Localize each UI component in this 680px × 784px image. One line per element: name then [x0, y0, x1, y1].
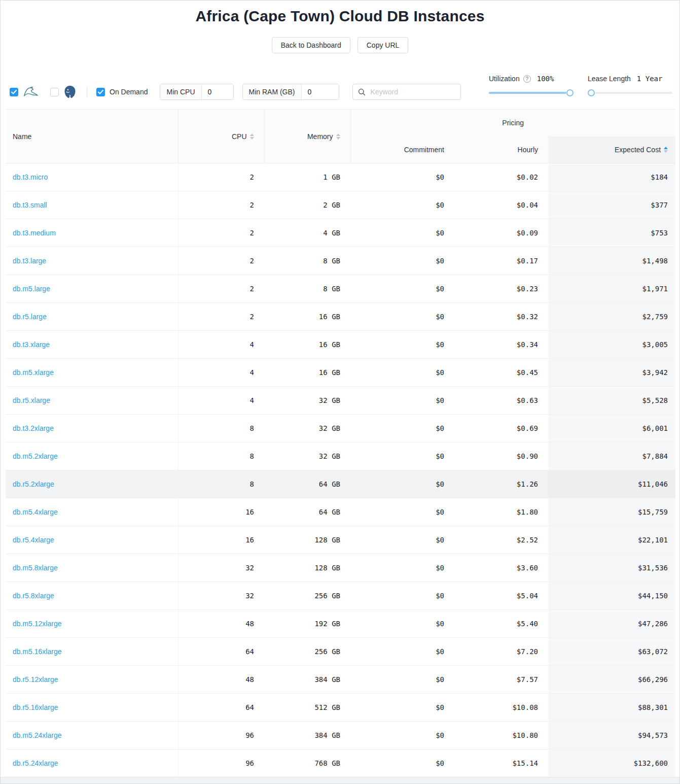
- instance-name-link[interactable]: db.m5.8xlarge: [13, 564, 58, 572]
- expected-cost-cell: $377: [548, 191, 675, 219]
- instance-name-link[interactable]: db.r5.24xlarge: [13, 759, 58, 767]
- instance-name-link[interactable]: db.t3.2xlarge: [13, 424, 54, 432]
- name-cell: db.r5.4xlarge: [6, 526, 178, 554]
- utilization-label: Utilization: [489, 75, 520, 83]
- keyword-search-input[interactable]: [370, 87, 455, 96]
- instance-name-link[interactable]: db.t3.micro: [13, 173, 48, 181]
- page: Africa (Cape Town) Cloud DB Instances Ba…: [0, 0, 680, 784]
- memory-cell: 384 GB: [264, 666, 350, 694]
- commitment-cell: $0: [350, 749, 454, 777]
- cpu-cell: 2: [178, 191, 264, 219]
- instance-name-link[interactable]: db.m5.16xlarge: [13, 647, 62, 656]
- name-cell: db.r5.xlarge: [6, 387, 178, 415]
- instance-name-link[interactable]: db.t3.small: [13, 201, 47, 209]
- instance-name-link[interactable]: db.r5.8xlarge: [13, 592, 54, 600]
- hourly-cell: $0.34: [454, 331, 548, 359]
- utilization-control: Utilization ? 100%: [489, 75, 574, 96]
- name-cell: db.t3.micro: [6, 163, 178, 191]
- hourly-cell: $10.08: [454, 694, 548, 722]
- memory-cell: 256 GB: [264, 638, 350, 666]
- column-header-expected-cost[interactable]: Expected Cost: [548, 137, 675, 163]
- cpu-cell: 2: [178, 163, 264, 191]
- cpu-cell: 2: [178, 219, 264, 247]
- memory-cell: 2 GB: [264, 191, 350, 219]
- postgresql-filter-checkbox[interactable]: [50, 88, 59, 96]
- instance-name-link[interactable]: db.m5.large: [13, 285, 50, 293]
- name-cell: db.m5.24xlarge: [6, 722, 178, 749]
- back-to-dashboard-button[interactable]: Back to Dashboard: [272, 37, 350, 53]
- memory-cell: 16 GB: [264, 303, 350, 331]
- instance-name-link[interactable]: db.t3.xlarge: [13, 340, 50, 349]
- lease-length-value: 1 Year: [637, 75, 663, 83]
- min-ram-input[interactable]: [302, 84, 339, 99]
- instance-name-link[interactable]: db.m5.2xlarge: [13, 452, 58, 460]
- on-demand-checkbox[interactable]: [96, 88, 105, 96]
- instance-name-link[interactable]: db.m5.12xlarge: [13, 620, 62, 628]
- cpu-cell: 64: [178, 638, 264, 666]
- name-cell: db.t3.xlarge: [6, 331, 178, 359]
- hourly-cell: $0.69: [454, 415, 548, 442]
- instance-name-link[interactable]: db.r5.4xlarge: [13, 536, 54, 544]
- copy-url-button[interactable]: Copy URL: [357, 37, 409, 53]
- instance-name-link[interactable]: db.m5.24xlarge: [13, 731, 62, 739]
- expected-cost-cell: $1,971: [548, 275, 675, 303]
- hourly-cell: $0.04: [454, 191, 548, 219]
- on-demand-label: On Demand: [110, 88, 148, 96]
- min-ram-label: Min RAM (GB): [243, 84, 302, 99]
- expected-cost-cell: $184: [548, 163, 675, 191]
- instance-name-link[interactable]: db.r5.12xlarge: [13, 675, 58, 684]
- name-cell: db.t3.small: [6, 191, 178, 219]
- memory-cell: 32 GB: [264, 387, 350, 415]
- name-cell: db.r5.24xlarge: [6, 749, 178, 777]
- table-row: db.r5.large216 GB$0$0.32$2,759: [6, 303, 675, 331]
- hourly-cell: $0.02: [454, 163, 548, 191]
- utilization-slider[interactable]: [489, 89, 574, 96]
- postgresql-elephant-icon[interactable]: [63, 85, 77, 98]
- hourly-cell: $5.40: [454, 610, 548, 638]
- expected-cost-cell: $5,528: [548, 387, 675, 415]
- table-row: db.r5.16xlarge64512 GB$0$10.08$88,301: [6, 694, 675, 722]
- memory-cell: 4 GB: [264, 219, 350, 247]
- instance-name-link[interactable]: db.r5.2xlarge: [13, 480, 54, 488]
- utilization-help-icon[interactable]: ?: [523, 75, 531, 83]
- min-cpu-input[interactable]: [202, 84, 233, 99]
- mysql-filter-checkbox[interactable]: [10, 88, 18, 96]
- name-cell: db.m5.8xlarge: [6, 554, 178, 582]
- sort-icon-expected-cost-ascending: [664, 147, 668, 153]
- hourly-cell: $5.04: [454, 582, 548, 610]
- mysql-dolphin-icon[interactable]: [23, 86, 39, 98]
- instance-name-link[interactable]: db.m5.4xlarge: [13, 508, 58, 516]
- instances-table: Name CPU Memory Pricing Commitment Hourl…: [6, 109, 675, 777]
- name-cell: db.m5.4xlarge: [6, 498, 178, 526]
- instance-name-link[interactable]: db.t3.medium: [13, 229, 56, 237]
- column-header-memory[interactable]: Memory: [264, 110, 350, 163]
- expected-cost-cell: $88,301: [548, 694, 675, 722]
- expected-cost-cell: $63,072: [548, 638, 675, 666]
- table-row: db.m5.2xlarge832 GB$0$0.90$7,884: [6, 442, 675, 470]
- lease-length-slider[interactable]: [588, 89, 672, 96]
- table-row: db.r5.xlarge432 GB$0$0.63$5,528: [6, 387, 675, 415]
- table-row: db.m5.8xlarge32128 GB$0$3.60$31,536: [6, 554, 675, 582]
- instance-name-link[interactable]: db.r5.large: [13, 313, 47, 321]
- cpu-cell: 32: [178, 582, 264, 610]
- utilization-value: 100%: [537, 75, 554, 83]
- instance-name-link[interactable]: db.r5.xlarge: [13, 396, 50, 404]
- instance-name-link[interactable]: db.m5.xlarge: [13, 368, 54, 377]
- table-row: db.t3.micro21 GB$0$0.02$184: [6, 163, 675, 191]
- name-cell: db.m5.12xlarge: [6, 610, 178, 638]
- cpu-cell: 16: [178, 526, 264, 554]
- hourly-cell: $0.23: [454, 275, 548, 303]
- lease-length-slider-handle[interactable]: [588, 89, 595, 96]
- commitment-cell: $0: [350, 470, 454, 498]
- instance-name-link[interactable]: db.t3.large: [13, 257, 46, 265]
- page-title: Africa (Cape Town) Cloud DB Instances: [1, 1, 679, 25]
- instance-name-link[interactable]: db.r5.16xlarge: [13, 703, 58, 711]
- memory-cell: 768 GB: [264, 749, 350, 777]
- expected-cost-cell: $132,600: [548, 749, 675, 777]
- cpu-cell: 96: [178, 749, 264, 777]
- column-header-cpu[interactable]: CPU: [178, 110, 264, 163]
- cpu-cell: 64: [178, 694, 264, 722]
- commitment-cell: $0: [350, 722, 454, 749]
- name-cell: db.t3.large: [6, 247, 178, 275]
- utilization-slider-handle[interactable]: [566, 89, 574, 96]
